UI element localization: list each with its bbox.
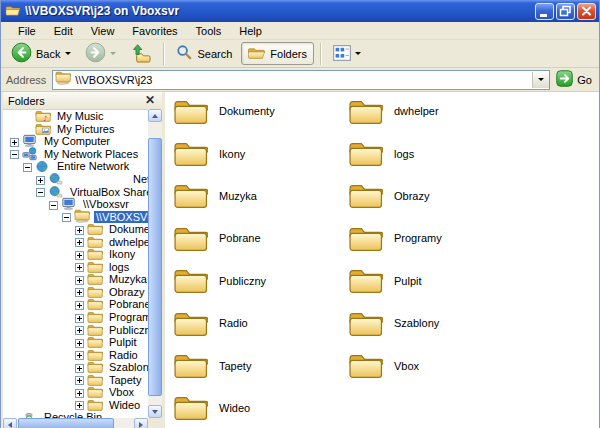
expand-icon[interactable] xyxy=(75,325,84,334)
tree-item-label[interactable]: Pobrane xyxy=(107,298,148,310)
folder-tile[interactable]: Dokumenty xyxy=(173,92,348,132)
expand-icon[interactable] xyxy=(75,313,84,322)
tree-item-label[interactable]: Wideo xyxy=(107,399,142,411)
tree-item-label[interactable]: My Network Places xyxy=(42,148,140,160)
tree-item[interactable]: My Network Places xyxy=(4,148,148,161)
tree-item-label[interactable]: Szablony xyxy=(107,361,148,373)
tree-item-label[interactable]: Dokumenty xyxy=(107,223,148,235)
tree-item[interactable]: logs xyxy=(4,261,148,274)
scroll-left-button[interactable] xyxy=(3,418,17,428)
tree-item[interactable]: Dokumenty xyxy=(4,223,148,236)
expand-icon[interactable] xyxy=(75,262,84,271)
tree-item-label[interactable]: My Computer xyxy=(42,135,112,147)
up-button[interactable] xyxy=(124,40,157,68)
address-input[interactable]: \\VBOXSVR\j23 xyxy=(52,70,550,90)
tree-item-label[interactable]: \\VBOXSVR\j23 xyxy=(94,211,148,223)
folder-tile[interactable]: Publiczny xyxy=(173,260,348,302)
folder-tile[interactable]: logs xyxy=(348,132,523,174)
tree-item[interactable]: Publiczny xyxy=(4,323,148,336)
tree-item[interactable]: dwhelper xyxy=(4,235,148,248)
expand-icon[interactable] xyxy=(75,350,84,359)
tree-item-label[interactable]: Obrazy xyxy=(107,286,146,298)
minimize-button[interactable] xyxy=(535,3,554,20)
expand-icon[interactable] xyxy=(75,287,84,296)
tree-item-label[interactable]: Radio xyxy=(107,349,140,361)
tree-item[interactable]: Radio xyxy=(4,348,148,361)
expand-icon[interactable] xyxy=(75,225,84,234)
folder-tile[interactable]: Vbox xyxy=(348,344,523,386)
tree-item[interactable]: My Computer xyxy=(4,135,148,148)
tree-vertical-scrollbar[interactable] xyxy=(148,109,162,418)
scroll-up-button[interactable] xyxy=(148,109,162,122)
collapse-icon[interactable] xyxy=(49,200,58,209)
menu-item-tools[interactable]: Tools xyxy=(187,24,231,38)
tree-item[interactable]: Muzyka xyxy=(4,273,148,286)
search-button[interactable]: Search xyxy=(170,41,239,66)
folders-panel-close-button[interactable]: ✕ xyxy=(143,95,157,106)
folder-tile[interactable]: Pobrane xyxy=(173,217,348,259)
folder-tile[interactable]: Muzyka xyxy=(173,175,348,217)
tree-item[interactable]: \\VBOXSVR\j23 xyxy=(4,210,148,223)
address-value[interactable]: \\VBOXSVR\j23 xyxy=(75,74,528,86)
expand-icon[interactable] xyxy=(75,275,84,284)
tree-item[interactable]: Recycle Bin xyxy=(4,411,148,418)
tree-item-label[interactable]: Tapety xyxy=(107,374,143,386)
tree-item-label[interactable]: Publiczny xyxy=(107,324,148,336)
folders-button[interactable]: Folders xyxy=(241,42,314,65)
tree-item-label[interactable]: Recycle Bin xyxy=(42,411,104,418)
folder-tile[interactable]: Wideo xyxy=(173,387,348,428)
tree-item-label[interactable]: My Pictures xyxy=(55,123,116,135)
tree-item-label[interactable]: Pulpit xyxy=(107,336,139,348)
folder-tile[interactable]: dwhelper xyxy=(348,92,523,132)
tree-item[interactable]: Pulpit xyxy=(4,336,148,349)
folder-tile[interactable]: Programy xyxy=(348,217,523,259)
tree-item[interactable]: My Pictures xyxy=(4,123,148,136)
expand-icon[interactable] xyxy=(75,375,84,384)
menu-item-file[interactable]: File xyxy=(9,24,45,38)
tree-item[interactable]: Tapety xyxy=(4,373,148,386)
expand-icon[interactable] xyxy=(75,388,84,397)
vertical-scroll-thumb[interactable] xyxy=(148,138,162,396)
tree-item-label[interactable]: logs xyxy=(107,261,131,273)
tree-item[interactable]: Obrazy xyxy=(4,286,148,299)
tree-item-label[interactable]: My Music xyxy=(55,110,105,122)
tree-item[interactable]: Vbox xyxy=(4,386,148,399)
menu-item-favorites[interactable]: Favorites xyxy=(123,24,186,38)
views-dropdown-caret[interactable] xyxy=(355,52,361,55)
back-button[interactable]: Back xyxy=(5,39,77,68)
tree-item[interactable]: Pobrane xyxy=(4,298,148,311)
address-dropdown-button[interactable] xyxy=(532,72,549,88)
views-button[interactable] xyxy=(327,42,367,66)
folder-tile[interactable]: Obrazy xyxy=(348,175,523,217)
tree-item[interactable]: Netw xyxy=(4,173,148,186)
menu-item-help[interactable]: Help xyxy=(230,24,271,38)
folder-tile[interactable]: Szablony xyxy=(348,302,523,344)
forward-button[interactable] xyxy=(79,39,122,68)
scroll-right-button[interactable] xyxy=(134,418,148,428)
expand-icon[interactable] xyxy=(75,300,84,309)
tree-item-label[interactable]: dwhelper xyxy=(107,236,148,248)
tree-item-label[interactable]: Entire Network xyxy=(55,160,131,172)
go-button[interactable]: Go xyxy=(556,70,594,89)
horizontal-scroll-thumb[interactable] xyxy=(18,418,114,428)
back-dropdown-caret[interactable] xyxy=(65,52,71,55)
tree-item[interactable]: Szablony xyxy=(4,361,148,374)
tree-horizontal-scrollbar[interactable] xyxy=(3,418,148,428)
tree-item[interactable]: Entire Network xyxy=(4,160,148,173)
title-bar[interactable]: \\VBOXSVR\j23 on Vboxsvr xyxy=(1,0,599,22)
collapse-icon[interactable] xyxy=(23,162,32,171)
collapse-icon[interactable] xyxy=(62,212,71,221)
tree-item-label[interactable]: Netw xyxy=(131,173,148,185)
tree-item-label[interactable]: Programy xyxy=(107,311,148,323)
expand-icon[interactable] xyxy=(75,237,84,246)
tree-item-label[interactable]: Muzyka xyxy=(107,273,148,285)
expand-icon[interactable] xyxy=(75,400,84,409)
expand-icon[interactable] xyxy=(75,363,84,372)
expand-icon[interactable] xyxy=(10,137,19,146)
folder-tile[interactable]: Ikony xyxy=(173,132,348,174)
tree-item[interactable]: ♪My Music xyxy=(4,110,148,123)
close-button[interactable] xyxy=(577,3,596,20)
tree-item-label[interactable]: Vbox xyxy=(107,386,136,398)
folder-tile[interactable]: Pulpit xyxy=(348,260,523,302)
tree-item-label[interactable]: Ikony xyxy=(107,248,137,260)
